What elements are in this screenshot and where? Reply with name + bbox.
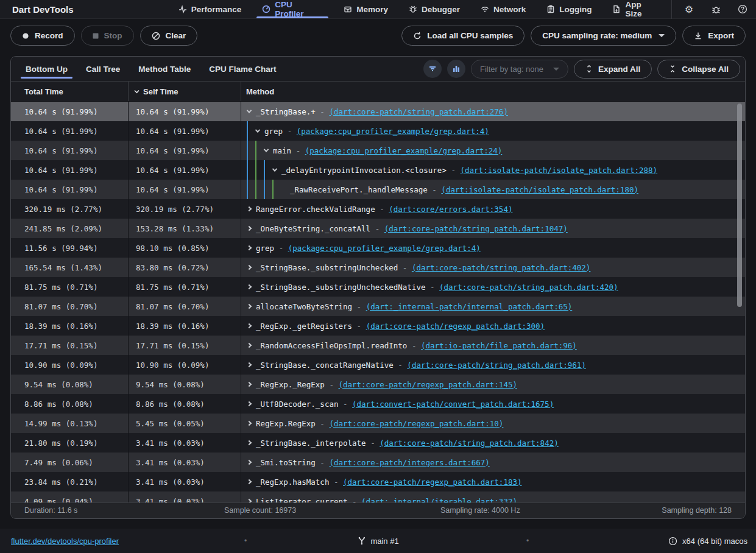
source-link[interactable]: (dart:_internal-patch/internal_patch.dar… xyxy=(366,302,573,311)
source-link[interactable]: (dart:core-patch/string_patch.dart:842) xyxy=(380,439,559,448)
expander-chevron-icon[interactable] xyxy=(247,382,252,387)
profiler-toolbar: Record Stop Clear Load all CPU samples C… xyxy=(0,19,756,46)
table-row[interactable]: 21.80 ms (0.19%) 3.41 ms (0.03%) _String… xyxy=(11,433,745,453)
table-row[interactable]: 10.64 s (91.99%) 10.64 s (91.99%) grep -… xyxy=(11,121,745,141)
expander-chevron-icon[interactable] xyxy=(247,245,252,250)
source-link[interactable]: (dart:core-patch/string_patch.dart:402) xyxy=(412,263,591,272)
source-link[interactable]: (dart:isolate-patch/isolate_patch.dart:2… xyxy=(461,166,658,175)
expander-chevron-icon[interactable] xyxy=(247,206,252,211)
export-button[interactable]: Export xyxy=(682,26,746,46)
expand-all-button[interactable]: Expand All xyxy=(574,60,652,79)
table-row[interactable]: 14.99 ms (0.13%) 5.45 ms (0.05%) RegExp.… xyxy=(11,414,745,433)
table-row[interactable]: 10.64 s (91.99%) 10.64 s (91.99%) main -… xyxy=(11,141,745,160)
expander-chevron-icon[interactable] xyxy=(247,362,252,367)
vertical-scrollbar[interactable] xyxy=(737,104,742,307)
expander-chevron-icon[interactable] xyxy=(247,479,252,484)
nav-tab-app-size[interactable]: App Size xyxy=(604,0,668,18)
table-row[interactable]: 4.09 ms (0.04%) 3.41 ms (0.03%) ListIter… xyxy=(11,491,745,502)
table-row[interactable]: 10.90 ms (0.09%) 10.90 ms (0.09%) _Strin… xyxy=(11,355,745,375)
source-link[interactable]: (dart:core-patch/regexp_patch.dart:10) xyxy=(329,419,503,428)
source-link[interactable]: (dart:core/errors.dart:354) xyxy=(389,205,512,214)
display-options-button[interactable] xyxy=(447,60,465,78)
tab-bottom-up[interactable]: Bottom Up xyxy=(21,57,72,81)
source-link[interactable]: (package:cpu_profiler_example/grep.dart:… xyxy=(288,244,481,253)
source-link[interactable]: (dart:core-patch/string_patch.dart:276) xyxy=(329,107,508,116)
stop-button[interactable]: Stop xyxy=(81,26,134,46)
table-row[interactable]: 81.75 ms (0.71%) 81.75 ms (0.71%) _Strin… xyxy=(11,277,745,297)
source-link[interactable]: (dart:_internal/iterable.dart:332) xyxy=(361,497,517,503)
table-row[interactable]: 17.71 ms (0.15%) 17.71 ms (0.15%) _Rando… xyxy=(11,336,745,355)
expander-chevron-icon[interactable] xyxy=(247,323,252,328)
report-bug-icon[interactable] xyxy=(702,0,729,19)
collapse-all-button[interactable]: Collapse All xyxy=(657,60,740,79)
source-link[interactable]: (dart:io-patch/file_patch.dart:96) xyxy=(421,341,577,350)
column-header-self-time[interactable]: Self Time xyxy=(129,82,241,101)
table-row[interactable]: 320.19 ms (2.77%) 320.19 ms (2.77%) Rang… xyxy=(11,199,745,219)
table-row[interactable]: 165.54 ms (1.43%) 83.80 ms (0.72%) _Stri… xyxy=(11,258,745,277)
help-icon[interactable] xyxy=(729,0,756,19)
expander-chevron-icon[interactable] xyxy=(247,265,252,270)
source-link[interactable]: (package:cpu_profiler_example/grep.dart:… xyxy=(305,146,503,155)
table-row[interactable]: 10.64 s (91.99%) 10.64 s (91.99%) _RawRe… xyxy=(11,180,745,199)
table-row[interactable]: 10.64 s (91.99%) 10.64 s (91.99%) _Strin… xyxy=(11,102,745,121)
load-cpu-samples-button[interactable]: Load all CPU samples xyxy=(401,26,525,46)
table-row[interactable]: 23.84 ms (0.21%) 3.41 ms (0.03%) _RegExp… xyxy=(11,472,745,491)
method-cell: _RegExp._RegExp - (dart:core-patch/regex… xyxy=(241,375,745,394)
table-row[interactable]: 8.86 ms (0.08%) 8.86 ms (0.08%) _Utf8Dec… xyxy=(11,394,745,414)
nav-tab-cpu-profiler[interactable]: CPU Profiler xyxy=(254,0,331,18)
tab-call-tree[interactable]: Call Tree xyxy=(81,57,125,81)
total-time-cell: 9.54 ms (0.08%) xyxy=(11,375,129,394)
settings-icon[interactable]: ⚙ xyxy=(676,0,702,19)
expander-chevron-icon[interactable] xyxy=(272,166,277,171)
source-link[interactable]: (dart:core-patch/regexp_patch.dart:145) xyxy=(338,380,517,389)
topbar-divider xyxy=(671,0,672,19)
source-link[interactable]: (dart:isolate-patch/isolate_patch.dart:1… xyxy=(441,185,638,194)
expander-chevron-icon[interactable] xyxy=(247,304,252,309)
source-link[interactable]: (dart:core-patch/string_patch.dart:961) xyxy=(407,361,586,370)
self-time-cell: 10.90 ms (0.09%) xyxy=(129,355,241,375)
tab-cpu-flame-chart[interactable]: CPU Flame Chart xyxy=(204,57,281,81)
source-link[interactable]: (dart:core-patch/integers.dart:667) xyxy=(329,458,489,467)
table-row[interactable]: 11.56 s (99.94%) 98.10 ms (0.85%) grep -… xyxy=(11,238,745,258)
expander-chevron-icon[interactable] xyxy=(255,127,260,132)
nav-tab-performance[interactable]: Performance xyxy=(171,0,250,18)
clear-button[interactable]: Clear xyxy=(140,26,198,46)
expander-chevron-icon[interactable] xyxy=(264,147,269,152)
expander-chevron-icon[interactable] xyxy=(247,108,252,113)
nav-tab-debugger[interactable]: Debugger xyxy=(401,0,468,18)
nav-tab-memory[interactable]: Memory xyxy=(336,0,396,18)
record-button[interactable]: Record xyxy=(10,26,75,46)
table-row[interactable]: 18.39 ms (0.16%) 18.39 ms (0.16%) _RegEx… xyxy=(11,316,745,336)
table-row[interactable]: 10.64 s (91.99%) 10.64 s (91.99%) _delay… xyxy=(11,160,745,180)
column-header-total-time[interactable]: Total Time xyxy=(11,82,129,101)
cpu-sampling-rate-dropdown[interactable]: CPU sampling rate: medium xyxy=(531,26,676,46)
source-link[interactable]: (dart:core-patch/string_patch.dart:420) xyxy=(439,283,618,292)
tab-method-table[interactable]: Method Table xyxy=(133,57,196,81)
table-row[interactable]: 9.54 ms (0.08%) 9.54 ms (0.08%) _RegExp.… xyxy=(11,375,745,394)
expander-chevron-icon[interactable] xyxy=(247,401,252,406)
table-row[interactable]: 81.07 ms (0.70%) 81.07 ms (0.70%) alloca… xyxy=(11,297,745,316)
source-link[interactable]: (dart:core-patch/regexp_patch.dart:183) xyxy=(343,477,522,487)
export-icon xyxy=(694,32,702,40)
nav-tab-logging[interactable]: Logging xyxy=(539,0,599,18)
filter-by-tag-dropdown[interactable]: Filter by tag: none xyxy=(471,60,568,79)
expander-chevron-icon[interactable] xyxy=(247,460,252,465)
documentation-link[interactable]: flutter.dev/devtools/cpu-profiler xyxy=(11,537,119,546)
expander-chevron-icon[interactable] xyxy=(247,226,252,231)
column-header-method[interactable]: Method xyxy=(241,82,745,101)
method-filter-button[interactable] xyxy=(423,60,442,78)
method-name: _RegExp._getRegisters xyxy=(256,322,352,331)
isolate-selector[interactable]: main #1 xyxy=(357,537,398,546)
expander-chevron-icon[interactable] xyxy=(247,440,252,445)
source-link[interactable]: (dart:core-patch/string_patch.dart:1047) xyxy=(384,224,568,233)
expander-chevron-icon[interactable] xyxy=(247,284,252,289)
table-row[interactable]: 7.49 ms (0.06%) 3.41 ms (0.03%) _Smi.toS… xyxy=(11,453,745,472)
info-icon[interactable] xyxy=(668,537,677,546)
expander-chevron-icon[interactable] xyxy=(247,421,252,426)
source-link[interactable]: (dart:core-patch/regexp_patch.dart:300) xyxy=(366,322,545,331)
source-link[interactable]: (package:cpu_profiler_example/grep.dart:… xyxy=(297,127,489,136)
nav-tab-network[interactable]: Network xyxy=(473,0,534,18)
table-row[interactable]: 241.85 ms (2.09%) 153.28 ms (1.33%) _One… xyxy=(11,219,745,238)
source-link[interactable]: (dart:convert-patch/convert_patch.dart:1… xyxy=(352,400,554,409)
expander-chevron-icon[interactable] xyxy=(247,343,252,348)
